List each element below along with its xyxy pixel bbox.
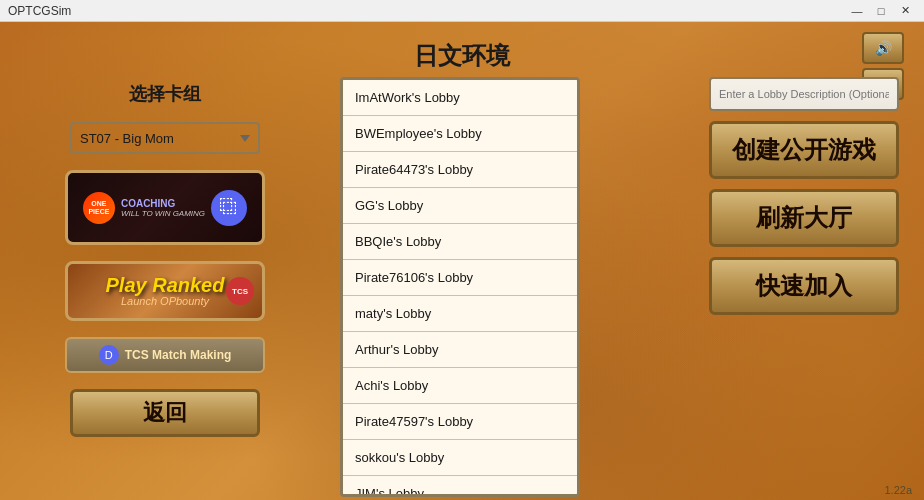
- list-item[interactable]: Pirate64473's Lobby: [343, 152, 577, 188]
- list-item[interactable]: Pirate47597's Lobby: [343, 404, 577, 440]
- left-panel: 选择卡组 ST07 - Big Mom ONEPIECE COACHING WI…: [20, 82, 310, 437]
- discord-icon: D: [99, 345, 119, 365]
- play-ranked-label: Play Ranked: [106, 275, 225, 295]
- list-item[interactable]: JIM's Lobby: [343, 476, 577, 497]
- quick-join-label: 快速加入: [756, 270, 852, 302]
- create-btn-label: 创建公开游戏: [732, 134, 876, 166]
- refresh-btn-label: 刷新大厅: [756, 202, 852, 234]
- list-item[interactable]: BBQIe's Lobby: [343, 224, 577, 260]
- version-label: 1.22a: [884, 484, 912, 496]
- tcs-badge: TCS: [226, 277, 254, 305]
- list-item[interactable]: Achi's Lobby: [343, 368, 577, 404]
- list-item[interactable]: Pirate76106's Lobby: [343, 260, 577, 296]
- list-item[interactable]: Arthur's Lobby: [343, 332, 577, 368]
- discord-match-button[interactable]: D TCS Match Making: [65, 337, 265, 373]
- list-item[interactable]: BWEmployee's Lobby: [343, 116, 577, 152]
- back-button[interactable]: 返回: [70, 389, 260, 437]
- list-item[interactable]: sokkou's Lobby: [343, 440, 577, 476]
- list-item[interactable]: maty's Lobby: [343, 296, 577, 332]
- coaching-label: COACHING: [121, 198, 205, 209]
- coaching-banner[interactable]: ONEPIECE COACHING WILL TO WIN GAMING ⿻: [65, 170, 265, 245]
- deck-select[interactable]: ST07 - Big Mom: [70, 122, 260, 154]
- discord-match-label: TCS Match Making: [125, 348, 232, 362]
- close-button[interactable]: ✕: [894, 3, 916, 19]
- back-label: 返回: [143, 398, 187, 428]
- maximize-button[interactable]: □: [870, 3, 892, 19]
- quick-join-button[interactable]: 快速加入: [709, 257, 899, 315]
- lobby-description-input[interactable]: [709, 77, 899, 111]
- list-item[interactable]: ImAtWork's Lobby: [343, 80, 577, 116]
- lobby-list[interactable]: ImAtWork's LobbyBWEmployee's LobbyPirate…: [340, 77, 580, 497]
- will-text: WILL TO WIN GAMING: [121, 209, 205, 218]
- discord-logo: ⿻: [211, 190, 247, 226]
- content-area: 日文环境 🔊 ♪ 选择卡组 ST07 - Big Mom ONEPIECE CO…: [0, 22, 924, 500]
- select-deck-label: 选择卡组: [129, 82, 201, 106]
- page-title: 日文环境: [414, 40, 510, 72]
- launch-label: Launch OPbounty: [121, 295, 209, 307]
- create-public-game-button[interactable]: 创建公开游戏: [709, 121, 899, 179]
- right-panel: 创建公开游戏 刷新大厅 快速加入: [704, 77, 904, 315]
- refresh-lobby-button[interactable]: 刷新大厅: [709, 189, 899, 247]
- titlebar-title: OPTCGSim: [8, 4, 71, 18]
- banner-content: ONEPIECE COACHING WILL TO WIN GAMING ⿻: [83, 190, 247, 226]
- titlebar-controls: — □ ✕: [846, 3, 916, 19]
- sound-icon: 🔊: [875, 40, 892, 56]
- play-ranked-button[interactable]: Play Ranked Launch OPbounty TCS: [65, 261, 265, 321]
- sound-toggle-button[interactable]: 🔊: [862, 32, 904, 64]
- list-item[interactable]: GG's Lobby: [343, 188, 577, 224]
- op-logo: ONEPIECE: [83, 192, 115, 224]
- titlebar: OPTCGSim — □ ✕: [0, 0, 924, 22]
- minimize-button[interactable]: —: [846, 3, 868, 19]
